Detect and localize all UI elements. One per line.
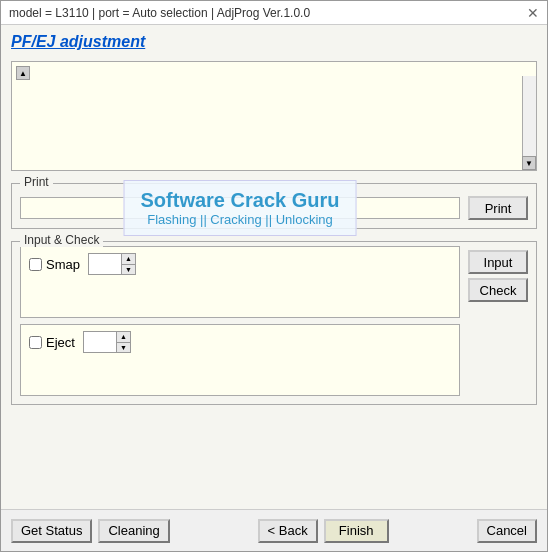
scrollbar-down-btn[interactable]: ▼ [522, 156, 536, 170]
eject-spinner-buttons: ▲ ▼ [116, 332, 130, 352]
finish-button[interactable]: Finish [324, 519, 389, 543]
input-check-body: Smap ▲ ▼ [20, 246, 528, 396]
eject-spinner[interactable]: ▲ ▼ [83, 331, 131, 353]
cancel-button[interactable]: Cancel [477, 519, 537, 543]
eject-spinner-up[interactable]: ▲ [117, 332, 130, 343]
eject-checkbox-label[interactable]: Eject [29, 335, 75, 350]
eject-row: Eject ▲ ▼ [29, 331, 451, 353]
smap-spinner-down[interactable]: ▼ [122, 265, 135, 275]
eject-box: Eject ▲ ▼ [20, 324, 460, 396]
print-section-label: Print [20, 175, 53, 189]
cleaning-button[interactable]: Cleaning [98, 519, 169, 543]
eject-checkbox[interactable] [29, 336, 42, 349]
smap-row: Smap ▲ ▼ [29, 253, 451, 275]
watermark-line2: Flashing || Cracking || Unlocking [141, 212, 340, 227]
scrollbar-track[interactable] [522, 76, 536, 156]
input-check-label: Input & Check [20, 233, 103, 247]
print-row: Software Crack Guru Flashing || Cracking… [20, 196, 528, 220]
footer-center: < Back Finish [258, 519, 389, 543]
smap-label: Smap [46, 257, 80, 272]
scrollbar-up-btn[interactable]: ▲ [16, 66, 30, 80]
smap-spinner-buttons: ▲ ▼ [121, 254, 135, 274]
close-button[interactable]: ✕ [527, 6, 539, 20]
input-check-right: Input Check [468, 246, 528, 396]
smap-checkbox-label[interactable]: Smap [29, 257, 80, 272]
eject-spinner-input[interactable] [84, 332, 116, 352]
smap-spinner-up[interactable]: ▲ [122, 254, 135, 265]
watermark-line1: Software Crack Guru [141, 189, 340, 212]
window-body: PF/EJ adjustment ▲ ▼ Print Software Crac… [1, 25, 547, 509]
smap-box: Smap ▲ ▼ [20, 246, 460, 318]
input-check-section: Input & Check Smap [11, 241, 537, 405]
eject-spinner-down[interactable]: ▼ [117, 343, 130, 353]
input-button[interactable]: Input [468, 250, 528, 274]
input-check-left: Smap ▲ ▼ [20, 246, 460, 396]
print-button[interactable]: Print [468, 196, 528, 220]
print-display: Software Crack Guru Flashing || Cracking… [20, 197, 460, 219]
print-section-content: Software Crack Guru Flashing || Cracking… [20, 196, 528, 220]
eject-label: Eject [46, 335, 75, 350]
back-button[interactable]: < Back [258, 519, 318, 543]
footer-right: Cancel [477, 519, 537, 543]
output-area: ▲ ▼ [11, 61, 537, 171]
smap-spinner[interactable]: ▲ ▼ [88, 253, 136, 275]
print-section: Print Software Crack Guru Flashing || Cr… [11, 183, 537, 229]
main-window: model = L3110 | port = Auto selection | … [0, 0, 548, 552]
title-bar: model = L3110 | port = Auto selection | … [1, 1, 547, 25]
title-bar-text: model = L3110 | port = Auto selection | … [9, 6, 310, 20]
footer-bar: Get Status Cleaning < Back Finish Cancel [1, 509, 547, 551]
watermark-overlay: Software Crack Guru Flashing || Cracking… [124, 180, 357, 236]
page-title: PF/EJ adjustment [11, 33, 537, 51]
get-status-button[interactable]: Get Status [11, 519, 92, 543]
smap-checkbox[interactable] [29, 258, 42, 271]
smap-spinner-input[interactable] [89, 254, 121, 274]
check-button[interactable]: Check [468, 278, 528, 302]
footer-left: Get Status Cleaning [11, 519, 170, 543]
